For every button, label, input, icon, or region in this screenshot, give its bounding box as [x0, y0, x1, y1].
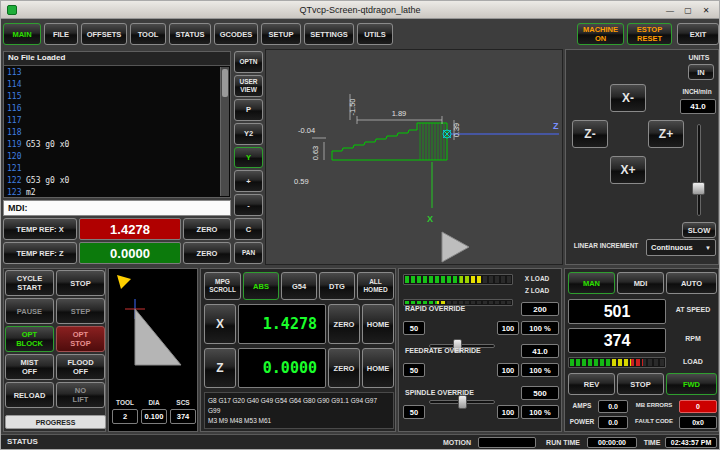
tab-setup[interactable]: SETUP [261, 23, 301, 45]
gcode-file-panel[interactable]: No File Loaded 113 114 115 116 117 118 1… [3, 51, 231, 198]
jog-x-minus-button[interactable]: X- [610, 84, 646, 112]
pause-button[interactable]: PAUSE [5, 298, 54, 324]
slider-handle[interactable] [458, 395, 467, 409]
tab-status[interactable]: STATUS [169, 23, 211, 45]
tab-utils[interactable]: UTILS [357, 23, 393, 45]
close-button[interactable]: ✕ [699, 4, 713, 16]
tab-main[interactable]: MAIN [3, 23, 41, 45]
main-tab-bar: MAIN FILE OFFSETS TOOL STATUS GCODES SET… [3, 23, 393, 45]
temp-ref-x-zero-button[interactable]: ZERO [183, 218, 231, 240]
optional-stop-button[interactable]: OPT STOP [56, 326, 105, 352]
jog-rate-slider[interactable] [692, 124, 705, 216]
gcode-line-list[interactable]: 113 114 115 116 117 118 119G53 g0 x0 120… [4, 67, 220, 197]
mpg-scroll-button[interactable]: MPG SCROLL [204, 272, 241, 300]
titlebar: QTvcp-Screen-qtdragon_lathe — ▢ ✕ [1, 1, 719, 19]
flood-button[interactable]: FLOOD OFF [56, 354, 105, 380]
exit-button[interactable]: EXIT [677, 23, 719, 45]
mist-button[interactable]: MIST OFF [5, 354, 54, 380]
axis-x-button[interactable]: X [204, 304, 236, 344]
manual-mode-button[interactable]: MAN [568, 272, 615, 294]
all-homed-button[interactable]: ALL HOMED [357, 272, 394, 300]
temp-ref-z-zero-button[interactable]: ZERO [183, 242, 231, 264]
mdi-mode-button[interactable]: MDI [617, 272, 664, 294]
at-speed-label: AT SPEED [668, 306, 718, 314]
spindle-load-meter [568, 357, 666, 368]
gcode-line[interactable]: 114 [4, 79, 220, 91]
feedrate-override-label: FEEDRATE OVERRIDE [405, 347, 515, 355]
gcode-line-text: m2 [26, 188, 36, 197]
time-display: 02:43:57 PM [665, 437, 717, 448]
jog-z-plus-button[interactable]: Z+ [648, 120, 684, 148]
zero-x-button[interactable]: ZERO [328, 304, 360, 344]
user-view-button[interactable]: USER VIEW [234, 75, 263, 97]
view-y-button[interactable]: Y [234, 147, 263, 169]
axis-z-button[interactable]: Z [204, 348, 236, 388]
gcode-line[interactable]: 121 [4, 163, 220, 175]
gcode-line[interactable]: 122G53 g0 x0 [4, 175, 220, 187]
tab-settings[interactable]: SETTINGS [304, 23, 354, 45]
gcode-line-number: 116 [4, 103, 26, 115]
auto-mode-button[interactable]: AUTO [666, 272, 717, 294]
gcode-scrollbar-thumb[interactable] [222, 69, 228, 97]
machine-on-button[interactable]: MACHINE ON [577, 23, 624, 45]
pan-button[interactable]: PAN [234, 242, 263, 264]
reload-button[interactable]: RELOAD [5, 382, 54, 408]
status-bar: STATUS MOTION RUN TIME 00:00:00 TIME 02:… [1, 434, 719, 450]
tab-offsets[interactable]: OFFSETS [81, 23, 127, 45]
tab-file[interactable]: FILE [44, 23, 78, 45]
step-button[interactable]: STEP [56, 298, 105, 324]
dim-right-label: 0.39 [452, 123, 461, 138]
optional-block-button[interactable]: OPT BLOCK [5, 326, 54, 352]
tool-number-display: 2 [112, 409, 138, 424]
estop-reset-button[interactable]: ESTOP RESET [627, 23, 672, 45]
gcode-line[interactable]: 115 [4, 91, 220, 103]
zoom-in-button[interactable]: + [234, 170, 263, 192]
spindle-reverse-button[interactable]: REV [568, 373, 615, 395]
rapid-min-display: 50 [403, 321, 425, 335]
temp-ref-x-button[interactable]: TEMP REF: X [3, 218, 77, 240]
cycle-start-button[interactable]: CYCLE START [5, 270, 54, 296]
slider-handle[interactable] [692, 182, 705, 195]
clear-view-button[interactable]: C [234, 218, 263, 240]
mdi-entry[interactable]: MDI: [3, 200, 231, 216]
status-message: STATUS [7, 438, 67, 447]
slow-jog-button[interactable]: SLOW [682, 222, 716, 238]
gcode-line[interactable]: 113 [4, 67, 220, 79]
gcode-scrollbar[interactable] [220, 67, 229, 196]
gcode-line-number: 115 [4, 91, 26, 103]
abs-mode-button[interactable]: ABS [243, 272, 279, 300]
gcode-line[interactable]: 116 [4, 103, 220, 115]
gcode-line[interactable]: 118 [4, 127, 220, 139]
spindle-forward-button[interactable]: FWD [666, 373, 717, 395]
jog-z-minus-button[interactable]: Z- [572, 120, 608, 148]
jog-panel: UNITS IN X- Z- Z+ X+ INCH/min 41.0 SLOW … [565, 49, 719, 265]
gcode-line[interactable]: 117 [4, 115, 220, 127]
dtg-button[interactable]: DTG [319, 272, 355, 300]
view-y2-button[interactable]: Y2 [234, 123, 263, 145]
no-lift-button[interactable]: NO LIFT [56, 382, 105, 408]
zero-z-button[interactable]: ZERO [328, 348, 360, 388]
tab-tool[interactable]: TOOL [130, 23, 166, 45]
tab-gcodes[interactable]: GCODES [214, 23, 258, 45]
feedrate-override-slider[interactable] [429, 395, 495, 409]
view-p-button[interactable]: P [234, 99, 263, 121]
temp-ref-z-button[interactable]: TEMP REF: Z [3, 242, 77, 264]
view-options-button[interactable]: OPTN [234, 51, 263, 73]
gcode-line[interactable]: 119G53 g0 x0 [4, 139, 220, 151]
maximize-button[interactable]: ▢ [681, 4, 695, 16]
tool-diameter-display: 0.100 [141, 409, 167, 424]
stop-button[interactable]: STOP [56, 270, 105, 296]
home-x-button[interactable]: HOME [362, 304, 394, 344]
minimize-button[interactable]: — [663, 4, 677, 16]
g54-offset-button[interactable]: G54 [281, 272, 317, 300]
zoom-out-button[interactable]: - [234, 194, 263, 216]
gcode-graphics-view[interactable]: Z X 1.89 0.39 [265, 49, 563, 265]
units-toggle-button[interactable]: IN [688, 64, 714, 80]
linear-increment-combo[interactable]: Continuous ▼ [646, 239, 716, 256]
gcode-line[interactable]: 123m2 [4, 187, 220, 197]
spindle-stop-button[interactable]: STOP [617, 373, 664, 395]
home-z-button[interactable]: HOME [362, 348, 394, 388]
gcode-line[interactable]: 120 [4, 151, 220, 163]
gcode-line-number: 119 [4, 139, 26, 151]
jog-x-plus-button[interactable]: X+ [610, 156, 646, 184]
